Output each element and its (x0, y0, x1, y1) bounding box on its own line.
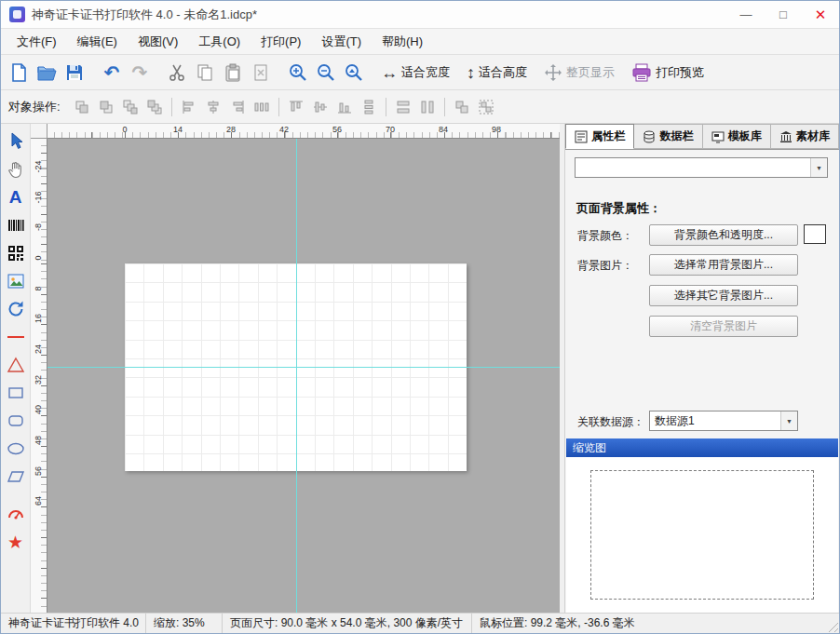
fit-width-button[interactable]: ↔ 适合宽度 (377, 59, 454, 87)
fit-page-label: 整页显示 (566, 64, 615, 81)
tab-data[interactable]: 数据栏 (634, 124, 702, 149)
same-width-button[interactable] (391, 95, 415, 119)
align-left-button[interactable] (177, 95, 201, 119)
qrcode-tool-button[interactable] (3, 241, 29, 265)
star-tool-button[interactable]: ★ (3, 530, 29, 554)
menu-item-settings[interactable]: 设置(T) (311, 29, 372, 55)
h-ruler-label: 42 (275, 125, 293, 134)
image-tool-button[interactable] (3, 269, 29, 293)
page-select-combo[interactable]: ▼ (575, 157, 828, 178)
bring-forward-button[interactable] (118, 95, 142, 119)
zoom-select-button[interactable] (340, 59, 368, 87)
close-button[interactable]: ✕ (802, 1, 839, 28)
align-bottom-button[interactable] (332, 95, 357, 119)
print-preview-icon (631, 62, 652, 83)
tab-materials[interactable]: 素材库 (771, 124, 839, 149)
ellipse-tool-button[interactable] (3, 437, 29, 461)
vertical-ruler[interactable]: -24 -16 -8 0 8 16 24 32 40 48 56 64 (31, 139, 47, 614)
distribute-v-button[interactable] (357, 95, 381, 119)
menu-item-view[interactable]: 视图(V) (128, 29, 188, 55)
send-to-back-button[interactable] (94, 95, 118, 119)
horizontal-guide-line (47, 367, 560, 368)
h-ruler-label: 56 (328, 125, 346, 134)
select-common-bg-button[interactable]: 选择常用背景图片... (649, 254, 798, 276)
horizontal-ruler[interactable]: 0 14 28 42 56 70 84 98 (47, 124, 560, 139)
section-title: 页面背景属性： (576, 200, 661, 217)
same-size-button[interactable] (450, 95, 474, 119)
zoom-select-icon (344, 62, 364, 83)
align-right-button[interactable] (225, 95, 250, 119)
rectangle-tool-button[interactable] (3, 381, 29, 405)
cut-button[interactable] (163, 59, 191, 87)
h-ruler-label: 0 (115, 125, 134, 134)
fit-page-button[interactable]: 整页显示 (540, 59, 618, 87)
open-file-button[interactable] (33, 59, 61, 87)
design-canvas[interactable] (47, 139, 560, 614)
same-height-button[interactable] (415, 95, 440, 119)
triangle-tool-button[interactable] (3, 353, 29, 377)
bring-to-front-button[interactable] (70, 95, 94, 119)
tab-templates-label: 模板库 (728, 128, 762, 144)
window-controls: — □ ✕ (727, 1, 839, 28)
paste-icon (223, 62, 243, 83)
align-top-button[interactable] (284, 95, 308, 119)
print-preview-button[interactable]: 打印预览 (628, 59, 708, 87)
combo-dropdown-icon[interactable]: ▼ (810, 158, 827, 177)
delete-button[interactable] (247, 59, 275, 87)
tool-palette: A ★ (1, 124, 31, 614)
bg-color-button[interactable]: 背景颜色和透明度... (649, 224, 798, 246)
combo-dropdown-icon[interactable]: ▼ (780, 411, 797, 430)
zoom-in-button[interactable] (284, 59, 312, 87)
gauge-tool-button[interactable] (3, 502, 29, 526)
barcode-tool-button[interactable] (3, 213, 29, 237)
templates-tab-icon (711, 130, 725, 143)
undo-button[interactable]: ↶ (98, 59, 126, 87)
save-button[interactable] (61, 59, 88, 87)
paste-button[interactable] (219, 59, 247, 87)
parallelogram-tool-button[interactable] (3, 465, 29, 489)
tab-properties[interactable]: 属性栏 (565, 124, 634, 149)
cut-icon (167, 62, 187, 83)
qrcode-icon (7, 244, 25, 263)
fit-height-button[interactable]: ↕ 适合高度 (463, 59, 531, 87)
copy-button[interactable] (191, 59, 219, 87)
h-ruler-label: 84 (434, 125, 453, 134)
zoom-out-button[interactable] (312, 59, 340, 87)
star-icon: ★ (7, 533, 23, 551)
align-middle-button[interactable] (308, 95, 332, 119)
bring-to-front-icon (74, 99, 90, 115)
v-ruler-label: 32 (34, 370, 43, 390)
text-tool-button[interactable]: A (3, 185, 29, 209)
bg-color-swatch (804, 224, 826, 244)
menu-item-help[interactable]: 帮助(H) (372, 29, 433, 55)
minimize-button[interactable]: — (727, 1, 765, 28)
pan-tool-button[interactable] (3, 157, 29, 182)
menu-item-file[interactable]: 文件(F) (7, 29, 67, 55)
zoom-in-icon (288, 62, 308, 83)
data-source-combo[interactable]: 数据源1 ▼ (649, 411, 798, 431)
same-width-icon (395, 99, 412, 115)
fit-height-icon: ↕ (467, 64, 475, 81)
tab-properties-label: 属性栏 (591, 128, 625, 144)
new-file-button[interactable] (5, 59, 33, 87)
menu-item-tools[interactable]: 工具(O) (188, 29, 251, 55)
align-center-h-button[interactable] (201, 95, 225, 119)
redo-button[interactable]: ↷ (126, 59, 154, 87)
maximize-button[interactable]: □ (765, 1, 802, 28)
rounded-rect-tool-button[interactable] (3, 409, 29, 433)
object-toolbar-label: 对象操作: (8, 99, 61, 115)
select-other-bg-button[interactable]: 选择其它背景图片... (649, 285, 798, 306)
menu-item-edit[interactable]: 编辑(E) (67, 29, 128, 55)
distribute-h-button[interactable] (250, 95, 274, 119)
group-button[interactable] (474, 95, 498, 119)
select-tool-button[interactable] (3, 129, 29, 154)
menu-item-print[interactable]: 打印(P) (251, 29, 311, 55)
tab-templates[interactable]: 模板库 (703, 124, 771, 149)
clear-bg-button[interactable]: 清空背景图片 (649, 316, 798, 337)
materials-tab-icon (779, 130, 793, 143)
rotate-tool-button[interactable] (3, 297, 29, 321)
send-backward-button[interactable] (142, 95, 167, 119)
bg-image-label: 背景图片： (577, 258, 633, 274)
line-tool-button[interactable] (3, 325, 29, 349)
bring-forward-icon (122, 99, 139, 115)
